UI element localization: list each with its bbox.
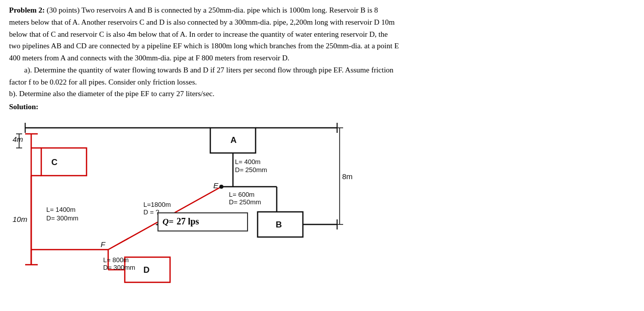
- diagram-area: C 4m 10m F: [9, 114, 635, 285]
- flow-value: 27 lps: [177, 216, 199, 227]
- svg-text:D= 300mm: D= 300mm: [103, 264, 135, 271]
- svg-text:B: B: [276, 220, 282, 229]
- part-a-text: a). Determine the quantity of water flow…: [9, 65, 635, 76]
- page-container: Problem 2: (30 points) Two reservoirs A …: [0, 0, 644, 311]
- svg-text:L= 600m: L= 600m: [229, 191, 255, 198]
- svg-text:D = ?: D = ?: [143, 208, 159, 216]
- part-b-text: b). Determine also the diameter of the p…: [9, 89, 635, 100]
- problem-text-line2: meters below that of A. Another reservoi…: [9, 17, 635, 28]
- problem-points: (30 points): [47, 6, 79, 14]
- problem-text-line1: Two reservoirs A and B is connected by a…: [82, 6, 378, 14]
- svg-text:D= 250mm: D= 250mm: [235, 166, 267, 174]
- svg-text:A: A: [230, 135, 236, 145]
- svg-text:L= 1400m: L= 1400m: [46, 206, 75, 213]
- flow-rate-box: Q= 27 lps: [157, 212, 248, 231]
- svg-text:D: D: [143, 265, 149, 275]
- problem-title: Problem 2:: [9, 6, 45, 14]
- svg-rect-0: [41, 148, 87, 176]
- svg-text:L=1800m: L=1800m: [143, 201, 171, 208]
- svg-text:L= 800m: L= 800m: [103, 256, 129, 264]
- svg-text:8m: 8m: [342, 172, 353, 181]
- svg-text:D= 250mm: D= 250mm: [229, 198, 261, 206]
- svg-text:D= 300mm: D= 300mm: [46, 214, 78, 222]
- svg-text:4m: 4m: [13, 135, 23, 143]
- problem-text: Problem 2: (30 points) Two reservoirs A …: [9, 5, 635, 113]
- solution-label: Solution:: [9, 102, 635, 113]
- svg-text:E: E: [213, 181, 219, 190]
- part-a2-text: factor f to be 0.022 for all pipes. Cons…: [9, 77, 635, 88]
- problem-text-line4: two pipelines AB and CD are connected by…: [9, 41, 635, 52]
- svg-text:F: F: [101, 240, 106, 249]
- diagram-svg: C 4m 10m F: [9, 114, 635, 285]
- svg-text:L= 400m: L= 400m: [235, 158, 261, 166]
- flow-q-label: Q=: [163, 217, 174, 227]
- svg-text:10m: 10m: [13, 215, 27, 223]
- problem-text-line3: below that of C and reservoir C is also …: [9, 29, 635, 40]
- svg-text:C: C: [51, 158, 57, 167]
- problem-text-line5: 400 meters from A and connects with the …: [9, 53, 635, 64]
